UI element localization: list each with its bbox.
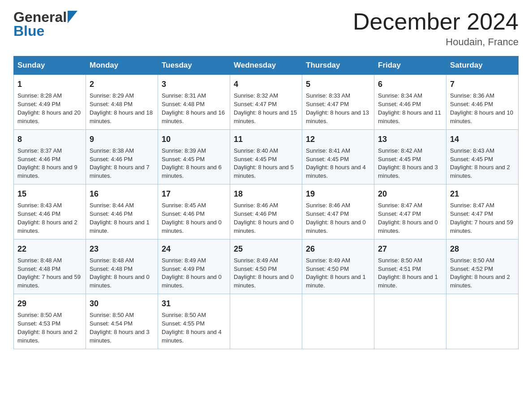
day-number: 3 — [162, 78, 226, 90]
day-cell — [446, 294, 519, 349]
day-number: 27 — [378, 243, 442, 255]
header-friday: Friday — [374, 56, 446, 75]
day-cell: 10Sunrise: 8:39 AMSunset: 4:45 PMDayligh… — [158, 129, 230, 184]
logo-blue: Blue — [13, 23, 44, 39]
day-cell — [374, 294, 446, 349]
day-number: 7 — [450, 78, 515, 90]
day-info: Sunrise: 8:50 AMSunset: 4:52 PMDaylight:… — [450, 257, 510, 289]
day-number: 18 — [234, 188, 298, 200]
day-info: Sunrise: 8:37 AMSunset: 4:46 PMDaylight:… — [17, 147, 77, 180]
header-row: SundayMondayTuesdayWednesdayThursdayFrid… — [14, 56, 519, 75]
day-cell: 31Sunrise: 8:50 AMSunset: 4:55 PMDayligh… — [158, 294, 230, 349]
day-info: Sunrise: 8:50 AMSunset: 4:53 PMDaylight:… — [17, 312, 77, 344]
day-cell: 30Sunrise: 8:50 AMSunset: 4:54 PMDayligh… — [86, 294, 158, 349]
day-number: 2 — [90, 78, 154, 90]
day-info: Sunrise: 8:43 AMSunset: 4:46 PMDaylight:… — [17, 202, 77, 234]
day-cell: 1Sunrise: 8:28 AMSunset: 4:49 PMDaylight… — [14, 75, 86, 129]
week-row-3: 15Sunrise: 8:43 AMSunset: 4:46 PMDayligh… — [14, 184, 519, 239]
day-cell: 2Sunrise: 8:29 AMSunset: 4:48 PMDaylight… — [86, 75, 158, 129]
day-cell: 5Sunrise: 8:33 AMSunset: 4:47 PMDaylight… — [302, 75, 374, 129]
day-number: 26 — [306, 243, 370, 255]
day-number: 31 — [162, 298, 226, 309]
day-info: Sunrise: 8:49 AMSunset: 4:49 PMDaylight:… — [162, 257, 222, 289]
day-info: Sunrise: 8:32 AMSunset: 4:47 PMDaylight:… — [234, 92, 297, 124]
day-info: Sunrise: 8:49 AMSunset: 4:50 PMDaylight:… — [306, 257, 366, 289]
day-info: Sunrise: 8:50 AMSunset: 4:51 PMDaylight:… — [378, 257, 438, 289]
day-info: Sunrise: 8:39 AMSunset: 4:45 PMDaylight:… — [162, 147, 222, 180]
week-row-1: 1Sunrise: 8:28 AMSunset: 4:49 PMDaylight… — [14, 75, 519, 129]
day-info: Sunrise: 8:45 AMSunset: 4:46 PMDaylight:… — [162, 202, 222, 234]
svg-marker-0 — [68, 11, 77, 23]
day-cell: 9Sunrise: 8:38 AMSunset: 4:46 PMDaylight… — [86, 129, 158, 184]
day-info: Sunrise: 8:34 AMSunset: 4:46 PMDaylight:… — [378, 92, 441, 124]
day-cell: 23Sunrise: 8:48 AMSunset: 4:48 PMDayligh… — [86, 239, 158, 294]
day-number: 1 — [17, 78, 82, 90]
day-number: 25 — [234, 243, 298, 255]
day-info: Sunrise: 8:47 AMSunset: 4:47 PMDaylight:… — [378, 202, 438, 234]
day-number: 19 — [306, 188, 370, 200]
title-block: December 2024 Houdain, France — [353, 9, 519, 48]
day-cell: 26Sunrise: 8:49 AMSunset: 4:50 PMDayligh… — [302, 239, 374, 294]
calendar-body: 1Sunrise: 8:28 AMSunset: 4:49 PMDaylight… — [14, 75, 519, 349]
day-info: Sunrise: 8:49 AMSunset: 4:50 PMDaylight:… — [234, 257, 294, 289]
day-number: 8 — [17, 133, 82, 145]
day-info: Sunrise: 8:28 AMSunset: 4:49 PMDaylight:… — [17, 92, 81, 124]
day-cell: 20Sunrise: 8:47 AMSunset: 4:47 PMDayligh… — [374, 184, 446, 239]
day-cell: 3Sunrise: 8:31 AMSunset: 4:48 PMDaylight… — [158, 75, 230, 129]
day-cell: 18Sunrise: 8:46 AMSunset: 4:46 PMDayligh… — [230, 184, 302, 239]
day-cell: 25Sunrise: 8:49 AMSunset: 4:50 PMDayligh… — [230, 239, 302, 294]
day-cell — [230, 294, 302, 349]
day-info: Sunrise: 8:29 AMSunset: 4:48 PMDaylight:… — [90, 92, 153, 124]
day-number: 13 — [378, 133, 442, 145]
day-info: Sunrise: 8:41 AMSunset: 4:45 PMDaylight:… — [306, 147, 366, 180]
day-number: 21 — [450, 188, 515, 200]
day-cell: 12Sunrise: 8:41 AMSunset: 4:45 PMDayligh… — [302, 129, 374, 184]
day-info: Sunrise: 8:40 AMSunset: 4:45 PMDaylight:… — [234, 147, 294, 180]
day-cell: 27Sunrise: 8:50 AMSunset: 4:51 PMDayligh… — [374, 239, 446, 294]
day-number: 15 — [17, 188, 82, 200]
calendar-table: SundayMondayTuesdayWednesdayThursdayFrid… — [13, 56, 519, 349]
day-info: Sunrise: 8:46 AMSunset: 4:47 PMDaylight:… — [306, 202, 366, 234]
day-info: Sunrise: 8:50 AMSunset: 4:54 PMDaylight:… — [90, 312, 150, 344]
day-cell: 6Sunrise: 8:34 AMSunset: 4:46 PMDaylight… — [374, 75, 446, 129]
day-number: 4 — [234, 78, 298, 90]
day-number: 14 — [450, 133, 515, 145]
day-info: Sunrise: 8:50 AMSunset: 4:55 PMDaylight:… — [162, 312, 222, 344]
header-sunday: Sunday — [14, 56, 86, 75]
day-info: Sunrise: 8:38 AMSunset: 4:46 PMDaylight:… — [90, 147, 150, 180]
day-info: Sunrise: 8:36 AMSunset: 4:46 PMDaylight:… — [450, 92, 513, 124]
header-tuesday: Tuesday — [158, 56, 230, 75]
day-cell: 24Sunrise: 8:49 AMSunset: 4:49 PMDayligh… — [158, 239, 230, 294]
day-number: 12 — [306, 133, 370, 145]
day-number: 6 — [378, 78, 442, 90]
day-number: 22 — [17, 243, 82, 255]
day-number: 28 — [450, 243, 515, 255]
day-number: 29 — [17, 298, 82, 309]
calendar-header: SundayMondayTuesdayWednesdayThursdayFrid… — [14, 56, 519, 75]
day-cell: 15Sunrise: 8:43 AMSunset: 4:46 PMDayligh… — [14, 184, 86, 239]
week-row-5: 29Sunrise: 8:50 AMSunset: 4:53 PMDayligh… — [14, 294, 519, 349]
day-cell: 4Sunrise: 8:32 AMSunset: 4:47 PMDaylight… — [230, 75, 302, 129]
day-number: 24 — [162, 243, 226, 255]
day-number: 5 — [306, 78, 370, 90]
day-info: Sunrise: 8:44 AMSunset: 4:46 PMDaylight:… — [90, 202, 150, 234]
day-cell: 16Sunrise: 8:44 AMSunset: 4:46 PMDayligh… — [86, 184, 158, 239]
day-number: 10 — [162, 133, 226, 145]
page-header: General Blue December 2024 Houdain, Fran… — [13, 9, 519, 48]
day-info: Sunrise: 8:33 AMSunset: 4:47 PMDaylight:… — [306, 92, 369, 124]
day-cell: 8Sunrise: 8:37 AMSunset: 4:46 PMDaylight… — [14, 129, 86, 184]
day-info: Sunrise: 8:43 AMSunset: 4:45 PMDaylight:… — [450, 147, 510, 180]
week-row-2: 8Sunrise: 8:37 AMSunset: 4:46 PMDaylight… — [14, 129, 519, 184]
day-cell — [302, 294, 374, 349]
day-cell: 13Sunrise: 8:42 AMSunset: 4:45 PMDayligh… — [374, 129, 446, 184]
day-info: Sunrise: 8:47 AMSunset: 4:47 PMDaylight:… — [450, 202, 513, 234]
header-monday: Monday — [86, 56, 158, 75]
day-info: Sunrise: 8:46 AMSunset: 4:46 PMDaylight:… — [234, 202, 294, 234]
day-number: 11 — [234, 133, 298, 145]
day-number: 9 — [90, 133, 154, 145]
header-thursday: Thursday — [302, 56, 374, 75]
day-cell: 22Sunrise: 8:48 AMSunset: 4:48 PMDayligh… — [14, 239, 86, 294]
day-number: 23 — [90, 243, 154, 255]
day-cell: 7Sunrise: 8:36 AMSunset: 4:46 PMDaylight… — [446, 75, 519, 129]
day-cell: 14Sunrise: 8:43 AMSunset: 4:45 PMDayligh… — [446, 129, 519, 184]
